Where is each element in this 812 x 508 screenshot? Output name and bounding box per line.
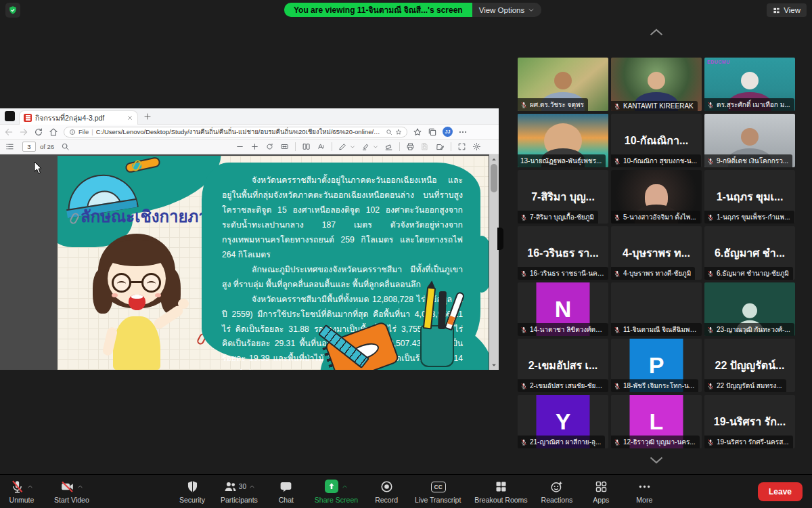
rotate-icon[interactable]	[265, 142, 274, 151]
fullscreen-icon[interactable]	[457, 142, 466, 151]
table-of-contents-icon[interactable]	[5, 142, 14, 151]
gallery-scroll-up-chevron[interactable]	[646, 26, 667, 37]
participant-tile[interactable]: Y21-ญาณิศา ผาสีกาย-อุ...	[518, 395, 608, 448]
participants-icon	[223, 480, 238, 494]
tab-actions-icon[interactable]	[5, 111, 15, 121]
scrollbar-thumb[interactable]	[491, 164, 497, 192]
browser-tab-strip: กิจกรรมที่2กลุ่ม4-3.pdf	[0, 108, 499, 125]
participant-name-label: KANTAWIT KIREERAK	[611, 101, 698, 111]
participant-tile[interactable]: 19-นริศรา รัก...19-นริศรา รักศรี-นครส...	[704, 395, 795, 448]
leave-button[interactable]: Leave	[758, 482, 803, 501]
new-tab-button[interactable]	[143, 112, 152, 121]
participant-name-label: 7-สิริมา บุญเกื้อ-ชัยภูมิ	[518, 211, 598, 224]
browser-profile-avatar[interactable]: JJ	[443, 127, 453, 137]
scroll-up-arrow[interactable]	[491, 156, 497, 162]
draw-icon[interactable]	[338, 142, 347, 151]
pdf-scrollbar[interactable]	[489, 154, 499, 370]
participant-tile[interactable]: 23-ญาณวุฒิ กันทะวงศ์-...	[704, 282, 795, 336]
security-button[interactable]: Security	[177, 478, 207, 504]
tab-close-icon[interactable]	[127, 114, 133, 121]
more-icon	[637, 480, 652, 494]
participant-name-label: 4-บุษราพร ทางดี-ชัยภูมิ	[611, 267, 695, 280]
start-video-button[interactable]: Start Video	[54, 478, 89, 504]
participant-tile[interactable]: 10-กัณณิกา...10-กัณณิกา สุขบงกช-น...	[611, 114, 702, 167]
participant-tile[interactable]: 2-เขมอัปสร เ...2-เขมอัปสร เสนชัย-ชัยภูมิ	[518, 339, 608, 392]
chevron-up-icon[interactable]	[27, 484, 33, 490]
chevron-down-icon[interactable]	[373, 144, 378, 150]
chevron-down-icon[interactable]	[350, 144, 355, 150]
participant-tile[interactable]: 6.ธัญมาศ ชำ...6.ธัญมาศ ชำนาญ-ชัยภูมิ	[704, 226, 795, 280]
participant-tile[interactable]: EDUCMUดร.สุระศักดิ์ เมาเทือก ม...	[704, 58, 795, 111]
panel-collapse-handle[interactable]	[497, 228, 503, 250]
participant-tile[interactable]: 16-วรินธร รา...16-วรินธร ราชธานี-นคร...	[518, 226, 608, 280]
zoom-in-icon[interactable]	[250, 142, 259, 151]
browser-menu-icon[interactable]	[458, 127, 468, 137]
participant-name-label: 5-นางสาวอัจจิมา ตั้งไพ...	[611, 211, 700, 224]
participant-tile[interactable]: 5-นางสาวอัจจิมา ตั้งไพ...	[611, 170, 702, 224]
participant-tile[interactable]: P18-พัชรี เจิมกระโทก-น...	[611, 339, 702, 392]
chat-button[interactable]: Chat	[271, 478, 301, 504]
collections-icon[interactable]	[428, 127, 437, 137]
participants-button[interactable]: 30Participants	[221, 478, 258, 504]
muted-mic-icon	[614, 158, 621, 165]
breakout-rooms-button[interactable]: Breakout Rooms	[474, 478, 527, 504]
gallery-scroll-down-chevron[interactable]	[646, 455, 667, 467]
zoom-page-icon[interactable]	[386, 129, 392, 135]
grid-view-icon	[773, 7, 780, 14]
apps-button[interactable]: Apps	[586, 478, 616, 504]
address-bar[interactable]: File | C:/Users/Lenovo/Desktop/Study/งาน…	[64, 127, 407, 137]
scroll-down-arrow[interactable]	[491, 362, 497, 368]
zoom-out-icon[interactable]	[235, 142, 244, 151]
participant-tile[interactable]: L12-ธิราวุฒิ บุญมา-นคร...	[611, 395, 702, 448]
muted-mic-icon	[614, 103, 621, 110]
browser-tab[interactable]: กิจกรรมที่2กลุ่ม4-3.pdf	[19, 110, 138, 125]
participant-name-label: ผศ.ดร.วัชระ จตุพร	[518, 98, 588, 111]
unmute-button[interactable]: Unmute	[7, 478, 37, 504]
participant-tile[interactable]: 9-กษิดิ์เดช เงินโคกกรว...	[704, 114, 795, 167]
chevron-up-icon[interactable]	[342, 484, 348, 490]
back-button[interactable]	[4, 127, 14, 137]
highlight-icon[interactable]	[361, 142, 370, 151]
share-icon	[325, 480, 339, 494]
participant-tile[interactable]: 13-นายณัฏฐพล-พันธุ์เพชร...	[518, 114, 608, 167]
participant-tile[interactable]: 1-นฤภร ขุมเ...1-นฤภร ขุมเพ็ชร-กำแพ...	[704, 170, 795, 224]
forward-button[interactable]	[19, 127, 28, 137]
search-icon[interactable]	[61, 142, 70, 151]
participant-tile[interactable]: KANTAWIT KIREERAK	[611, 58, 702, 111]
chevron-up-icon[interactable]	[77, 484, 83, 490]
unmute-icon-row	[10, 478, 33, 494]
apps-icon-row	[594, 478, 608, 494]
fit-width-icon[interactable]	[280, 142, 289, 151]
chevron-down-icon	[528, 7, 535, 14]
favorite-star-icon[interactable]	[395, 129, 402, 135]
save-as-icon[interactable]	[436, 142, 445, 151]
print-icon[interactable]	[406, 142, 415, 151]
erase-icon[interactable]	[384, 142, 393, 151]
reactions-button[interactable]: Reactions	[541, 478, 573, 504]
participant-tile[interactable]: 4-บุษราพร ท...4-บุษราพร ทางดี-ชัยภูมิ	[611, 226, 702, 280]
record-button[interactable]: Record	[371, 478, 401, 504]
read-aloud-icon[interactable]	[317, 142, 325, 151]
participant-tile[interactable]: N14-นาตาชา ลิขิตวงศ์ตร...	[518, 282, 608, 336]
more-button[interactable]: More	[629, 478, 659, 504]
page-view-icon[interactable]	[302, 142, 311, 151]
chevron-up-icon[interactable]	[249, 484, 255, 490]
participant-tile[interactable]: ผศ.ดร.วัชระ จตุพร	[518, 58, 608, 111]
reactions-icon-row	[549, 478, 564, 494]
breakout-rooms-icon-row	[494, 478, 508, 494]
refresh-button[interactable]	[34, 127, 43, 137]
settings-icon[interactable]	[472, 142, 481, 151]
page-number-input[interactable]	[22, 142, 36, 152]
share-screen-button[interactable]: Share Screen	[315, 478, 358, 504]
participant-tile[interactable]: 11-จินตามณี จิณสีฉิมพลี...	[611, 282, 702, 336]
live-transcript-button[interactable]: CCLive Transcript	[415, 478, 461, 504]
view-layout-button[interactable]: View	[767, 3, 807, 17]
participant-tile[interactable]: 7-สิริมา บุญ...7-สิริมา บุญเกื้อ-ชัยภูมิ	[518, 170, 608, 224]
muted-mic-icon	[707, 270, 714, 277]
favorites-bar-icon[interactable]	[413, 127, 422, 137]
participant-tile[interactable]: 22 ปัญญรัตน์...22 ปัญญรัตน์ สมทรง...	[704, 339, 795, 392]
info-icon[interactable]	[69, 129, 76, 135]
apps-label: Apps	[593, 496, 609, 504]
home-button[interactable]	[49, 127, 58, 137]
view-options-button[interactable]: View Options	[472, 3, 542, 17]
